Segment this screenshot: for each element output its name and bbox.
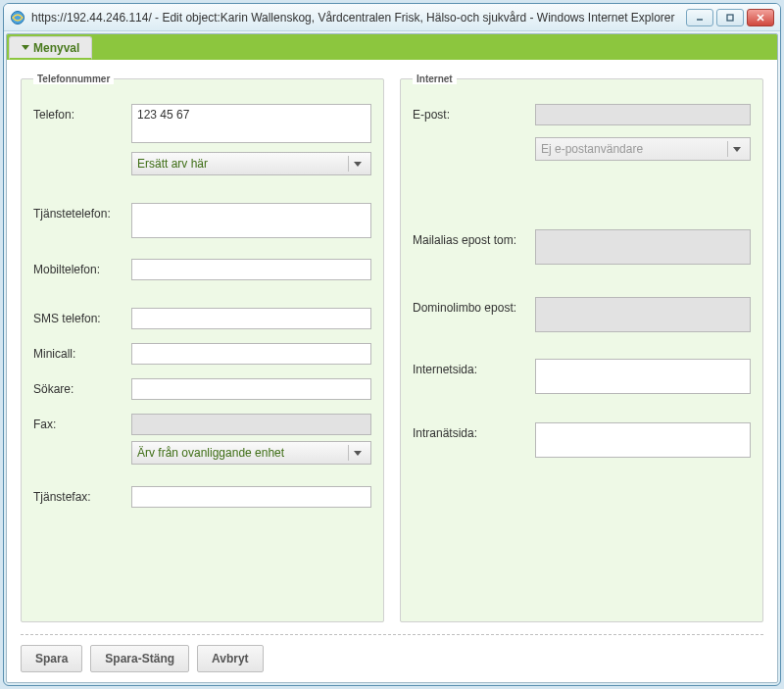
fax-select-value: Ärv från ovanliggande enhet bbox=[137, 446, 284, 460]
telefon-label: Telefon: bbox=[33, 104, 131, 122]
internet-legend: Internet bbox=[413, 74, 457, 84]
telefon-select[interactable]: Ersätt arv här bbox=[131, 152, 371, 175]
sms-label: SMS telefon: bbox=[33, 308, 131, 325]
dominolimbo-input bbox=[535, 297, 751, 332]
tjanstetelefon-input[interactable] bbox=[131, 203, 371, 238]
spara-stang-button[interactable]: Spara-Stäng bbox=[90, 645, 189, 672]
internetsida-input[interactable] bbox=[535, 359, 751, 394]
window-title: https://192.44.246.114/ - Edit object:Ka… bbox=[31, 11, 686, 25]
window-buttons bbox=[686, 9, 774, 26]
ie-icon bbox=[10, 10, 25, 25]
tjanstetelefon-label: Tjänstetelefon: bbox=[33, 203, 131, 221]
mobiltelefon-label: Mobiltelefon: bbox=[33, 259, 131, 276]
minicall-input[interactable] bbox=[131, 343, 371, 365]
internetsida-label: Internetsida: bbox=[413, 359, 535, 376]
phone-panel: Telefonnummer Telefon: Ersätt arv här bbox=[21, 74, 384, 622]
mailalias-label: Mailalias epost tom: bbox=[413, 229, 535, 247]
menu-tab[interactable]: Menyval bbox=[9, 36, 92, 60]
window: https://192.44.246.114/ - Edit object:Ka… bbox=[3, 3, 781, 686]
workarea: Telefonnummer Telefon: Ersätt arv här bbox=[7, 60, 777, 682]
avbryt-button[interactable]: Avbryt bbox=[197, 645, 264, 672]
internet-panel: Internet E-post: Ej e-postanvändare bbox=[400, 74, 763, 622]
telefon-select-value: Ersätt arv här bbox=[137, 157, 208, 171]
fax-select[interactable]: Ärv från ovanliggande enhet bbox=[131, 441, 371, 465]
greenbar: Menyval bbox=[7, 34, 777, 60]
minicall-label: Minicall: bbox=[33, 343, 131, 361]
sokare-label: Sökare: bbox=[33, 378, 131, 396]
mobiltelefon-input[interactable] bbox=[131, 259, 371, 280]
spara-button[interactable]: Spara bbox=[21, 645, 82, 672]
tjanstefax-input[interactable] bbox=[131, 486, 371, 508]
chevron-down-icon bbox=[22, 45, 29, 50]
fax-label: Fax: bbox=[33, 414, 131, 431]
chevron-down-icon bbox=[348, 445, 366, 461]
content: Menyval Telefonnummer Telefon: bbox=[6, 33, 778, 683]
maximize-button[interactable] bbox=[716, 9, 744, 26]
epost-label: E-post: bbox=[413, 104, 535, 122]
chevron-down-icon bbox=[727, 141, 745, 157]
close-button[interactable] bbox=[747, 9, 774, 26]
chevron-down-icon bbox=[348, 156, 366, 172]
dominolimbo-label: Dominolimbo epost: bbox=[413, 297, 535, 315]
phone-legend: Telefonnummer bbox=[33, 74, 114, 84]
mailalias-input bbox=[535, 229, 751, 265]
sms-input[interactable] bbox=[131, 308, 371, 329]
epost-select[interactable]: Ej e-postanvändare bbox=[535, 137, 751, 161]
svg-rect-2 bbox=[727, 15, 733, 21]
epost-select-value: Ej e-postanvändare bbox=[541, 142, 643, 156]
titlebar: https://192.44.246.114/ - Edit object:Ka… bbox=[4, 4, 780, 31]
minimize-button[interactable] bbox=[686, 9, 713, 26]
sokare-input[interactable] bbox=[131, 378, 371, 400]
telefon-input[interactable] bbox=[131, 104, 371, 143]
divider bbox=[21, 634, 763, 635]
fax-input bbox=[131, 414, 371, 435]
button-row: Spara Spara-Stäng Avbryt bbox=[21, 645, 763, 672]
intranatsida-input[interactable] bbox=[535, 422, 751, 458]
intranatsida-label: Intranätsida: bbox=[413, 422, 535, 440]
tjanstefax-label: Tjänstefax: bbox=[33, 486, 131, 504]
menu-label: Menyval bbox=[33, 41, 79, 55]
panels: Telefonnummer Telefon: Ersätt arv här bbox=[21, 74, 763, 622]
epost-input bbox=[535, 104, 751, 125]
